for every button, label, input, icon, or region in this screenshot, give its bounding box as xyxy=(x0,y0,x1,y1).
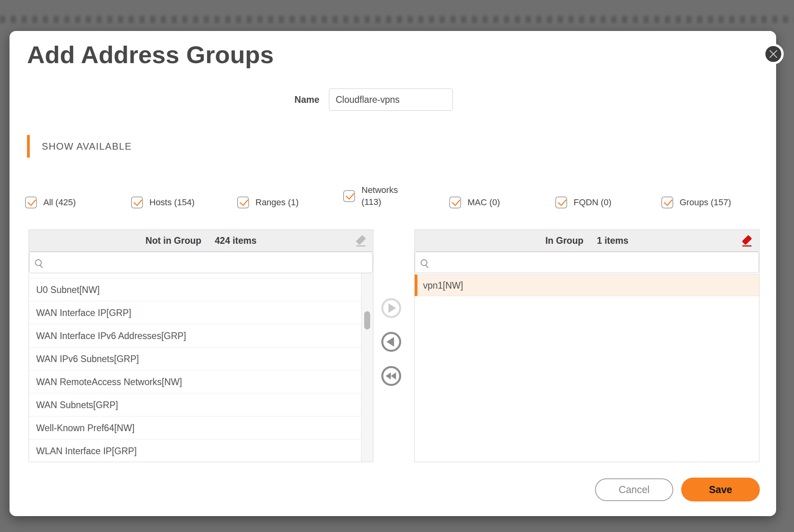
eraser-body xyxy=(742,235,752,245)
in-group-panel: In Group 1 items vpn1[NW] xyxy=(414,229,759,462)
in-group-list: vpn1[NW] xyxy=(415,273,759,462)
clear-selection-eraser-icon[interactable] xyxy=(355,235,367,247)
section-accent-bar xyxy=(27,135,30,158)
dimmed-background-content xyxy=(0,16,794,23)
arrow-left-small-icon xyxy=(386,372,391,380)
close-icon xyxy=(768,49,779,59)
checkbox-checked-icon[interactable] xyxy=(343,190,355,202)
filter-checkbox-item[interactable]: MAC (0) xyxy=(449,197,555,208)
remove-from-group-button[interactable] xyxy=(381,332,401,352)
address-list-item[interactable]: WAN Subnets[GRP] xyxy=(29,393,361,416)
filter-label: Hosts (154) xyxy=(149,197,195,208)
search-icon xyxy=(35,259,42,266)
filter-label: MAC (0) xyxy=(468,197,500,208)
address-list-item[interactable]: WAN IPv6 Subnets[GRP] xyxy=(29,347,361,370)
checkbox-checked-icon[interactable] xyxy=(661,197,673,208)
not-in-group-search-input[interactable] xyxy=(46,257,367,268)
double-arrow-left-icon xyxy=(386,372,396,380)
address-list-item[interactable]: WLAN Interface IP[GRP] xyxy=(29,439,361,462)
address-list-item[interactable]: WAN RemoteAccess Networks[NW] xyxy=(29,370,361,393)
checkbox-checked-icon[interactable] xyxy=(25,197,37,208)
move-to-group-button[interactable] xyxy=(381,298,401,318)
filter-label: Networks (113) xyxy=(361,184,398,208)
in-group-search-input[interactable] xyxy=(431,257,753,268)
eraser-body xyxy=(356,235,366,245)
dialog-title: Add Address Groups xyxy=(27,40,274,69)
filter-checkbox-item[interactable]: All (425) xyxy=(25,197,131,208)
checkbox-checked-icon[interactable] xyxy=(449,197,461,208)
type-filter-row: All (425) Hosts (154) Ranges (1) Network… xyxy=(25,188,767,217)
name-field-row: Name xyxy=(10,89,776,111)
address-list-item[interactable]: WAN Interface IP[GRP] xyxy=(29,301,361,324)
name-input[interactable] xyxy=(329,89,453,111)
eraser-underline xyxy=(742,245,751,247)
filter-checkbox-item[interactable]: Hosts (154) xyxy=(131,197,237,208)
checkbox-checked-icon[interactable] xyxy=(237,197,249,208)
address-list-item[interactable]: WAN Interface IPv6 Addresses[GRP] xyxy=(29,324,361,347)
search-icon xyxy=(421,259,427,266)
scrollbar-track[interactable] xyxy=(361,273,373,462)
in-group-count: 1 items xyxy=(597,235,628,246)
show-available-section: SHOW AVAILABLE xyxy=(27,135,132,158)
filter-label: Ranges (1) xyxy=(255,197,299,208)
checkbox-checked-icon[interactable] xyxy=(131,197,143,208)
arrow-left-small-icon xyxy=(391,372,396,380)
filter-checkbox-item[interactable]: Networks (113) xyxy=(343,184,449,208)
close-button[interactable] xyxy=(763,44,784,64)
filter-label: FQDN (0) xyxy=(574,197,611,208)
in-group-title: In Group xyxy=(545,235,583,246)
filter-checkbox-item[interactable]: Groups (157) xyxy=(661,197,767,208)
not-in-group-search xyxy=(29,252,373,273)
scrollbar-thumb[interactable] xyxy=(364,311,370,330)
partial-row-sliver xyxy=(29,273,361,278)
clear-group-eraser-icon[interactable] xyxy=(742,235,753,247)
eraser-underline xyxy=(356,245,365,247)
group-member-item[interactable]: vpn1[NW] xyxy=(415,274,759,296)
arrow-right-icon xyxy=(388,303,396,313)
not-in-group-list: U0 Subnet[NW] WAN Interface IP[GRP] WAN … xyxy=(29,273,373,462)
checkbox-checked-icon[interactable] xyxy=(555,197,567,208)
name-label: Name xyxy=(256,89,319,111)
arrow-left-icon xyxy=(386,337,394,347)
remove-all-from-group-button[interactable] xyxy=(381,366,401,386)
not-in-group-title: Not in Group xyxy=(145,235,201,246)
address-list-item[interactable]: Well-Known Pref64[NW] xyxy=(29,416,361,439)
in-group-search xyxy=(415,252,759,273)
save-button[interactable]: Save xyxy=(681,478,760,501)
add-address-groups-dialog: Add Address Groups Name SHOW AVAILABLE A… xyxy=(10,31,776,516)
in-group-header: In Group 1 items xyxy=(415,230,759,252)
filter-label: Groups (157) xyxy=(680,197,731,208)
not-in-group-count: 424 items xyxy=(215,235,257,246)
filter-checkbox-item[interactable]: Ranges (1) xyxy=(237,197,343,208)
not-in-group-header: Not in Group 424 items xyxy=(29,230,373,252)
filter-label: All (425) xyxy=(43,197,76,208)
section-label: SHOW AVAILABLE xyxy=(42,141,132,152)
address-list-item[interactable]: U0 Subnet[NW] xyxy=(29,278,361,301)
cancel-button[interactable]: Cancel xyxy=(595,478,673,501)
filter-checkbox-item[interactable]: FQDN (0) xyxy=(555,197,661,208)
not-in-group-panel: Not in Group 424 items U0 Subnet[NW] WAN… xyxy=(29,229,373,462)
